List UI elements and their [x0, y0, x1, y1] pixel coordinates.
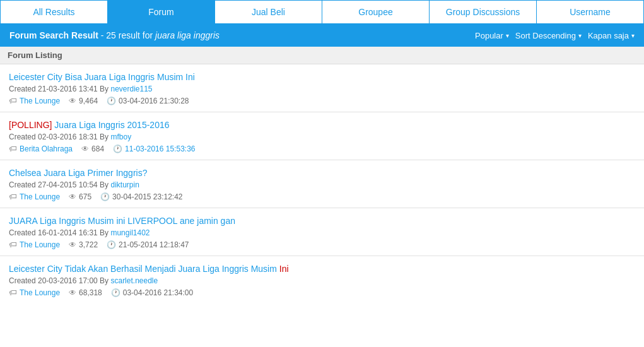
tag-icon: 🏷	[9, 144, 17, 153]
clock-icon: 🕐	[107, 97, 116, 105]
forum-meta: Created 20-03-2016 17:00 By scarlet.need…	[9, 276, 635, 285]
forum-tags: 🏷 The Lounge 👁 68,318 🕐 03-04-2016 21:34…	[9, 288, 635, 297]
sort-descending-control[interactable]: Sort Descending ▾	[515, 31, 582, 40]
views-tag: 👁 9,464	[69, 97, 98, 105]
forum-username[interactable]: mungil1402	[110, 228, 149, 237]
forum-meta: Created 16-01-2014 16:31 By mungil1402	[9, 228, 635, 237]
views-count: 684	[91, 144, 104, 153]
forum-tags: 🏷 The Lounge 👁 3,722 🕐 21-05-2014 12:18:…	[9, 240, 635, 249]
tag-icon: 🏷	[9, 288, 17, 297]
list-item: Chelsea Juara Liga Primer Inggris? Creat…	[0, 160, 644, 208]
forum-title[interactable]: [POLLING] Juara Liga Inggris 2015-2016	[9, 120, 635, 130]
forum-username[interactable]: neverdie115	[110, 85, 152, 93]
kapan-saja-label: Kapan saja	[588, 31, 629, 40]
tab-all-results[interactable]: All Results	[1, 1, 108, 23]
tab-username[interactable]: Username	[537, 1, 643, 23]
eye-icon: 👁	[69, 288, 76, 297]
section-label: Forum Listing	[0, 47, 644, 64]
tab-jual-beli[interactable]: Jual Beli	[215, 1, 322, 23]
category-name[interactable]: The Lounge	[20, 288, 60, 297]
forum-meta: Created 27-04-2015 10:54 By dikturpin	[9, 180, 635, 189]
tag-icon: 🏷	[9, 96, 17, 105]
last-active-date: 21-05-2014 12:18:47	[119, 240, 189, 249]
category-name[interactable]: The Lounge	[20, 192, 60, 201]
search-header: Forum Search Result - 25 result for juar…	[0, 24, 644, 47]
forum-title[interactable]: JUARA Liga Inggris Musim ini LIVERPOOL a…	[9, 216, 635, 226]
category-name[interactable]: The Lounge	[20, 240, 60, 249]
category-tag: 🏷 The Lounge	[9, 96, 60, 105]
forum-meta: Created 21-03-2016 13:41 By neverdie115	[9, 85, 635, 93]
views-tag: 👁 68,318	[69, 288, 102, 297]
forum-tags: 🏷 The Lounge 👁 9,464 🕐 03-04-2016 21:30:…	[9, 96, 635, 105]
last-active-tag: 🕐 03-04-2016 21:30:28	[107, 97, 189, 105]
eye-icon: 👁	[69, 97, 76, 105]
tab-forum[interactable]: Forum	[108, 1, 215, 23]
forum-username[interactable]: dikturpin	[110, 180, 139, 189]
category-tag: 🏷 The Lounge	[9, 240, 60, 249]
last-active-tag: 🕐 03-04-2016 21:34:00	[111, 288, 193, 297]
tab-groupee[interactable]: Groupee	[322, 1, 430, 23]
list-item: Leicester City Tidak Akan Berhasil Menja…	[0, 256, 644, 303]
clock-icon: 🕐	[113, 144, 122, 153]
category-tag: 🏷 Berita Olahraga	[9, 144, 73, 153]
forum-username[interactable]: scarlet.needle	[110, 276, 158, 285]
clock-icon: 🕐	[111, 288, 120, 297]
forum-title[interactable]: Leicester City Tidak Akan Berhasil Menja…	[9, 264, 635, 274]
forum-title[interactable]: Chelsea Juara Liga Primer Inggris?	[9, 168, 635, 178]
views-tag: 👁 675	[69, 192, 91, 201]
search-result-label: Forum Search Result	[9, 30, 98, 40]
popular-control[interactable]: Popular ▾	[475, 31, 509, 40]
views-tag: 👁 684	[81, 144, 104, 153]
clock-icon: 🕐	[100, 192, 110, 201]
last-active-date: 03-04-2016 21:34:00	[123, 288, 193, 297]
list-item: Leicester City Bisa Juara Liga Inggris M…	[0, 64, 644, 112]
forum-meta: Created 02-03-2016 18:31 By mfboy	[9, 132, 635, 141]
last-active-tag: 🕐 21-05-2014 12:18:47	[107, 240, 189, 249]
search-controls: Popular ▾ Sort Descending ▾ Kapan saja ▾	[475, 31, 635, 40]
list-item: JUARA Liga Inggris Musim ini LIVERPOOL a…	[0, 208, 644, 256]
views-count: 9,464	[79, 97, 98, 105]
search-result-count: - 25 result for	[98, 30, 155, 40]
last-active-tag: 🕐 30-04-2015 23:12:42	[100, 192, 182, 201]
eye-icon: 👁	[69, 240, 76, 249]
last-active-tag: 🕐 11-03-2016 15:53:36	[113, 144, 195, 153]
clock-icon: 🕐	[107, 240, 116, 249]
forum-tags: 🏷 Berita Olahraga 👁 684 🕐 11-03-2016 15:…	[9, 144, 635, 153]
tab-group-discussions[interactable]: Group Discussions	[430, 1, 537, 23]
tag-icon: 🏷	[9, 240, 17, 249]
views-tag: 👁 3,722	[69, 240, 98, 249]
kapan-saja-control[interactable]: Kapan saja ▾	[588, 31, 635, 40]
eye-icon: 👁	[69, 192, 76, 201]
last-active-date: 11-03-2016 15:53:36	[125, 144, 195, 153]
sort-descending-arrow-icon: ▾	[578, 32, 582, 39]
forum-title[interactable]: Leicester City Bisa Juara Liga Inggris M…	[9, 72, 635, 82]
eye-icon: 👁	[81, 144, 89, 153]
views-count: 675	[79, 192, 91, 201]
category-tag: 🏷 The Lounge	[9, 192, 60, 201]
tag-icon: 🏷	[9, 192, 17, 201]
category-name[interactable]: The Lounge	[20, 97, 60, 105]
popular-label: Popular	[475, 31, 503, 40]
kapan-saja-arrow-icon: ▾	[631, 32, 635, 39]
category-tag: 🏷 The Lounge	[9, 288, 60, 297]
list-item: [POLLING] Juara Liga Inggris 2015-2016 C…	[0, 112, 644, 160]
views-count: 68,318	[79, 288, 102, 297]
search-query: juara liga inggris	[155, 30, 220, 40]
views-count: 3,722	[79, 240, 98, 249]
sort-descending-label: Sort Descending	[515, 31, 576, 40]
search-result-info: Forum Search Result - 25 result for juar…	[9, 30, 220, 40]
popular-arrow-icon: ▾	[506, 32, 509, 39]
forum-tags: 🏷 The Lounge 👁 675 🕐 30-04-2015 23:12:42	[9, 192, 635, 201]
last-active-date: 30-04-2015 23:12:42	[112, 192, 182, 201]
forum-username[interactable]: mfboy	[110, 132, 131, 141]
category-name[interactable]: Berita Olahraga	[20, 144, 73, 153]
last-active-date: 03-04-2016 21:30:28	[119, 97, 189, 105]
nav-tabs: All Results Forum Jual Beli Groupee Grou…	[0, 0, 644, 24]
forum-listing: Leicester City Bisa Juara Liga Inggris M…	[0, 64, 644, 303]
